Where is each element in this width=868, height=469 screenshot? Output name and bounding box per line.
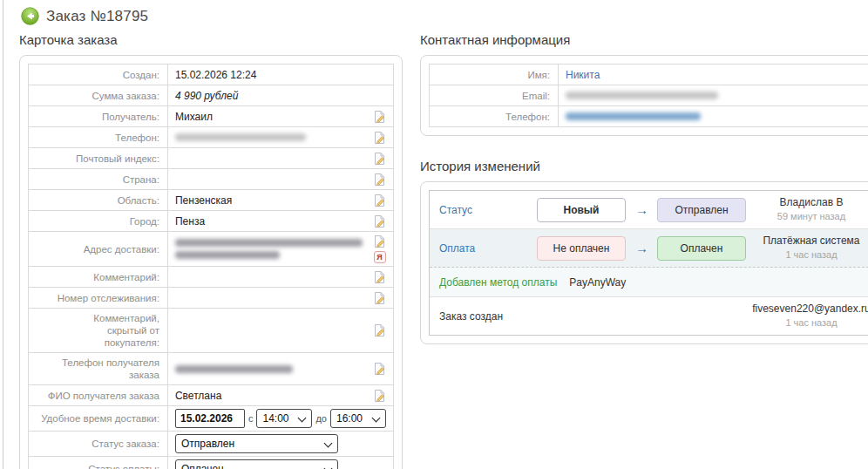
order-status-select[interactable]: Отправлен	[175, 434, 338, 453]
row-country: Страна:	[29, 169, 394, 190]
row-recipient-name: ФИО получателя заказа Светлана	[29, 385, 394, 406]
contact-email-label: Email:	[430, 85, 559, 106]
status-old-badge: Новый	[537, 198, 626, 222]
edit-pencil-icon[interactable]	[373, 131, 386, 145]
history-field-payment-link[interactable]: Оплата	[439, 242, 537, 255]
history-author: fiveseven220@yandex.ru	[746, 302, 868, 316]
row-delivery-address: Адрес доставки: Я	[29, 232, 394, 267]
payment-status-label: Статус оплаты:	[29, 457, 168, 469]
postal-code-label: Почтовый индекс:	[29, 148, 168, 169]
recipient-phone-redacted-value	[175, 365, 293, 373]
contact-table: Имя: Никита Email: Телефон:	[429, 64, 868, 127]
row-delivery-time: Удобное время доставки: с 14:00 до	[29, 406, 394, 432]
edit-pencil-icon[interactable]	[373, 152, 386, 166]
row-recipient-phone: Телефон получателя заказа	[29, 353, 394, 385]
recipient-label: Получатель:	[29, 106, 168, 127]
row-order-status: Статус заказа: Отправлен	[29, 432, 394, 457]
recipient-name-value: Светлана	[175, 390, 368, 402]
back-arrow-icon	[21, 7, 39, 25]
contact-title: Контактная информация	[420, 32, 868, 47]
method-added-label: Добавлен метод оплаты	[439, 276, 557, 289]
history-card: Статус Новый → Отправлен Владислав В 59 …	[420, 181, 868, 344]
row-contact-name: Имя: Никита	[430, 65, 868, 85]
page-header: Заказ №18795	[21, 7, 866, 25]
edit-pencil-icon[interactable]	[373, 194, 386, 207]
edit-pencil-icon[interactable]	[373, 291, 386, 305]
row-region: Область: Пензенская	[29, 190, 394, 211]
edit-pencil-icon[interactable]	[373, 270, 386, 284]
edit-pencil-icon[interactable]	[373, 389, 386, 403]
payment-new-badge: Оплачен	[657, 236, 746, 261]
created-value: 15.02.2026 12:24	[175, 69, 256, 81]
city-label: Город:	[29, 211, 168, 232]
edit-pencil-icon[interactable]	[373, 173, 386, 187]
history-row-payment-change: Оплата Не оплачен → Оплачен Платёжная си…	[430, 229, 868, 268]
row-postal-code: Почтовый индекс:	[29, 148, 394, 169]
recipient-phone-label: Телефон получателя заказа	[29, 353, 168, 385]
row-city: Город: Пенза	[29, 211, 394, 232]
total-label: Сумма заказа:	[29, 85, 168, 106]
row-tracking-number: Номер отслеживания:	[29, 288, 394, 309]
from-conjunction: с	[248, 413, 254, 424]
history-author: Платёжная система	[746, 234, 868, 248]
row-contact-email: Email:	[430, 85, 868, 106]
address-redacted-value	[175, 236, 363, 262]
row-created: Создан: 15.02.2026 12:24	[29, 65, 394, 85]
row-contact-phone: Телефон:	[430, 106, 868, 127]
history-row-method-added: Добавлен метод оплаты PayAnyWay	[430, 268, 868, 297]
history-author: Владислав В	[746, 196, 868, 209]
edit-pencil-icon[interactable]	[373, 110, 386, 124]
contact-phone-redacted-value	[566, 112, 701, 120]
back-button[interactable]	[21, 7, 39, 25]
history-timestamp: 59 минут назад	[746, 210, 868, 223]
row-phone: Телефон:	[29, 127, 394, 148]
payment-old-badge: Не оплачен	[537, 236, 626, 261]
history-field-status-link[interactable]: Статус	[439, 204, 537, 216]
recipient-name-label: ФИО получателя заказа	[29, 385, 168, 406]
history-title: История изменений	[420, 159, 868, 173]
recipient-value: Михаил	[175, 111, 213, 123]
contact-name-link[interactable]: Никита	[566, 69, 600, 81]
order-status-label: Статус заказа:	[29, 432, 168, 457]
row-hidden-comment: Комментарий, скрытый от покупателя:	[29, 309, 394, 353]
delivery-time-to-select[interactable]: 16:00	[330, 409, 386, 428]
method-added-value: PayAnyWay	[569, 276, 626, 289]
created-label: Создан:	[29, 65, 168, 85]
phone-redacted-value	[175, 133, 306, 141]
payment-status-select[interactable]: Оплачен	[175, 459, 338, 469]
address-label: Адрес доставки:	[29, 232, 168, 267]
total-value: 4 990 рублей	[175, 90, 239, 102]
to-conjunction: до	[315, 413, 327, 424]
contact-name-label: Имя:	[430, 65, 559, 85]
row-comment: Комментарий:	[29, 267, 394, 288]
contact-card: Имя: Никита Email: Телефон:	[420, 55, 868, 136]
row-recipient: Получатель: Михаил	[29, 106, 394, 127]
history-timestamp: 1 час назад	[746, 316, 868, 330]
edit-pencil-icon[interactable]	[373, 234, 386, 248]
history-row-status-change: Статус Новый → Отправлен Владислав В 59 …	[430, 191, 868, 229]
city-value: Пенза	[175, 215, 368, 228]
delivery-time-from-select[interactable]: 14:00	[256, 409, 312, 428]
region-label: Область:	[29, 190, 168, 211]
order-card-title: Карточка заказа	[19, 32, 403, 47]
tracking-label: Номер отслеживания:	[29, 288, 168, 309]
contact-email-redacted-value	[566, 92, 718, 99]
row-order-total: Сумма заказа: 4 990 рублей	[29, 85, 394, 106]
order-table: Создан: 15.02.2026 12:24 Сумма заказа: 4…	[28, 64, 394, 469]
phone-label: Телефон:	[29, 127, 168, 148]
edit-pencil-icon[interactable]	[373, 214, 386, 228]
history-table: Статус Новый → Отправлен Владислав В 59 …	[429, 190, 868, 336]
contact-phone-label: Телефон:	[430, 106, 559, 127]
row-payment-status: Статус оплаты: Оплачен	[29, 457, 394, 469]
history-row-order-created: Заказ создан fiveseven220@yandex.ru 1 ча…	[430, 297, 868, 335]
status-new-badge: Отправлен	[657, 198, 746, 222]
arrow-right-icon: →	[635, 241, 648, 255]
arrow-right-icon: →	[635, 202, 648, 217]
edit-pencil-icon[interactable]	[373, 362, 386, 376]
page-title: Заказ №18795	[46, 8, 148, 25]
country-label: Страна:	[29, 169, 168, 190]
edit-pencil-icon[interactable]	[373, 323, 386, 337]
yandex-map-icon[interactable]: Я	[374, 251, 386, 263]
history-timestamp: 1 час назад	[746, 248, 868, 262]
delivery-date-input[interactable]	[175, 409, 245, 428]
